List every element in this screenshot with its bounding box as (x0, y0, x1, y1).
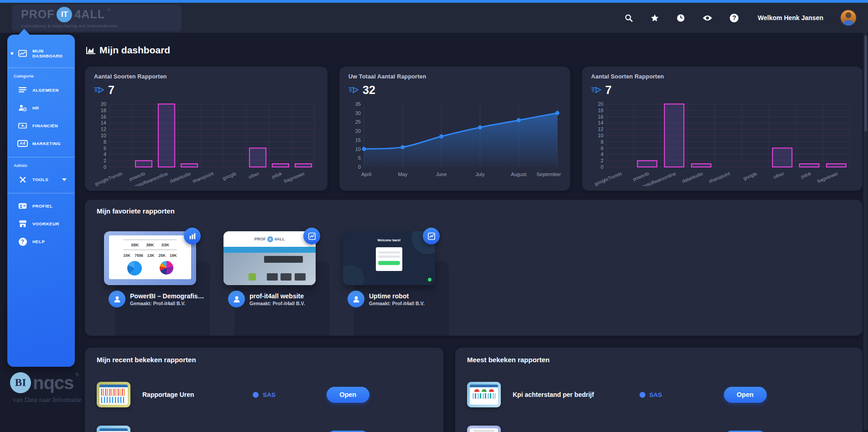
open-button[interactable]: Open (327, 387, 369, 403)
card-title: Aantal Soorten Rapporten (591, 73, 853, 80)
svg-text:googleTrends: googleTrends (94, 171, 123, 186)
sidebar-item-help[interactable]: ? HELP (7, 233, 75, 250)
report-thumbnail[interactable] (467, 426, 501, 432)
open-button[interactable]: Open (327, 431, 369, 432)
svg-text:20: 20 (598, 101, 603, 107)
person-shield-icon (18, 104, 27, 112)
svg-text:4: 4 (601, 151, 603, 157)
svg-text:datastudio: datastudio (681, 171, 704, 184)
report-thumbnail[interactable]: PROF it 4ALL (223, 231, 316, 285)
sidebar-item-label: TOOLS (32, 177, 48, 182)
thumb-kpi-values: 10K 7556 13K 25K 19K (112, 253, 188, 258)
ad-icon: Ad (18, 139, 27, 148)
report-thumbnail[interactable]: 38K 38K 33K 10K 7556 13K 25K 19K (104, 231, 196, 285)
svg-text:12: 12 (598, 126, 603, 132)
report-title: PowerBI – Demografisch… (130, 292, 208, 300)
report-title: prof-it4all website (249, 292, 305, 300)
line-chart-icon[interactable] (423, 228, 440, 245)
open-button[interactable]: Open (724, 387, 767, 403)
stat-value: 7 (108, 83, 114, 97)
bottom-lists: Mijn recent bekeken rapporten Rapportage… (85, 348, 863, 432)
logo-text-4all: 4ALL (74, 8, 105, 21)
powerbi-icon[interactable] (184, 228, 201, 245)
binqcs-registered-mark: ® (75, 372, 78, 377)
favorite-card-website[interactable]: PROF it 4ALL (223, 231, 329, 336)
sidebar-item-marketing[interactable]: Ad MARKETING (7, 135, 75, 152)
sidebar-item-profiel[interactable]: PROFIEL (7, 197, 75, 215)
money-icon (18, 121, 27, 130)
uptime-green-button (378, 261, 400, 265)
svg-text:20: 20 (101, 101, 106, 107)
sidebar-item-label: PROFIEL (32, 203, 53, 208)
svg-text:other: other (773, 171, 785, 180)
clock-icon[interactable] (676, 14, 685, 22)
stat-card-soorten-rapporten-2: Aantal Soorten Rapporten 7 0246810121416… (582, 67, 863, 191)
report-thumbnail[interactable] (97, 382, 130, 407)
svg-text:pdok: pdok (271, 170, 283, 179)
sidebar-item-financien[interactable]: FINANCIËN (7, 117, 75, 135)
favorites-panel: Mijn favoriete rapporten 38K 38K 33K 10K (85, 200, 863, 336)
svg-text:powerbi: powerbi (632, 171, 650, 182)
recent-reports-card: Mijn recent bekeken rapporten Rapportage… (85, 348, 443, 432)
svg-text:2: 2 (104, 158, 106, 163)
svg-text:14: 14 (101, 120, 106, 125)
sidebar-item-hr[interactable]: HR (7, 99, 75, 117)
line-chart-icon[interactable] (303, 228, 320, 245)
sidebar: MIJN DASHBOARD Categorie ALGEMEEN HR (7, 35, 75, 367)
profit4all-logo[interactable]: PROF IT 4ALL ® Consultancy & Detachering… (12, 5, 182, 31)
svg-text:April: April (361, 172, 371, 177)
svg-text:0: 0 (358, 164, 361, 170)
help-icon[interactable]: ? (730, 14, 738, 22)
report-author: Gemaakt: Prof-it4all B.V. (130, 301, 208, 306)
sidebar-item-mijn-dashboard[interactable]: MIJN DASHBOARD (7, 44, 75, 63)
stat-value-row: 32 (348, 83, 561, 97)
logo-registered-mark: ® (107, 8, 110, 12)
report-thumbnail[interactable] (97, 426, 130, 432)
bar-chart-soorten-rapporten: 02468101214161820googleTrendspowerbisass… (94, 100, 318, 186)
svg-text:0: 0 (601, 164, 603, 170)
sidebar-item-tools[interactable]: TOOLS (7, 171, 75, 188)
sidebar-item-voorkeur[interactable]: VOORKEUR (7, 215, 75, 233)
thumb-kpi-values: 38K 38K 33K (112, 242, 188, 247)
website-mini-navbar (223, 247, 316, 253)
svg-text:June: June (436, 172, 447, 177)
website-mini-header: PROF it 4ALL (223, 231, 316, 247)
svg-text:google: google (222, 171, 237, 181)
report-thumbnail[interactable] (467, 382, 501, 407)
navbar-actions: ? Welkom Henk Jansen (624, 10, 856, 26)
search-icon[interactable] (624, 14, 633, 22)
user-avatar[interactable] (841, 10, 856, 26)
svg-text:sharepoint: sharepoint (708, 171, 731, 184)
eye-icon[interactable] (702, 14, 712, 22)
scrollbar-thumb[interactable] (864, 36, 867, 131)
stat-value: 32 (363, 83, 375, 97)
svg-text:20: 20 (355, 128, 361, 134)
svg-text:4: 4 (104, 151, 106, 157)
most-viewed-title: Meest bekeken rapporten (467, 356, 851, 364)
bar-chart-soorten-rapporten: 02468101214161820googleTrendspowerbisass… (591, 100, 853, 186)
svg-text:18: 18 (101, 108, 106, 113)
platform-label: SAS (263, 391, 275, 398)
svg-text:May: May (398, 172, 407, 177)
store-icon (18, 219, 27, 228)
svg-text:google: google (742, 171, 758, 181)
favorites-cards: 38K 38K 33K 10K 7556 13K 25K 19K (104, 231, 851, 336)
svg-text:14: 14 (598, 120, 603, 125)
question-circle-icon: ? (18, 237, 27, 246)
favorite-card-uptime-robot[interactable]: Welcome back! (343, 231, 449, 336)
platform-badge: SAS (253, 391, 326, 398)
logo-wordmark: PROF IT 4ALL ® (21, 7, 172, 22)
svg-text:16: 16 (101, 114, 106, 120)
svg-text:8: 8 (601, 139, 603, 145)
logo-text-prof: PROF (21, 8, 54, 21)
svg-text:datastudio: datastudio (169, 171, 192, 184)
vertical-scrollbar[interactable] (863, 33, 868, 430)
svg-text:15: 15 (355, 137, 361, 143)
star-icon[interactable] (650, 14, 659, 22)
sidebar-item-label: MARKETING (32, 141, 61, 146)
favorite-card-powerbi-demografisch[interactable]: 38K 38K 33K 10K 7556 13K 25K 19K (104, 231, 210, 336)
sidebar-item-algemeen[interactable]: ALGEMEEN (7, 81, 75, 99)
open-button[interactable]: Open (724, 431, 767, 432)
svg-text:bagviewer: bagviewer (283, 171, 306, 184)
report-thumbnail[interactable]: Welcome back! (343, 231, 435, 285)
